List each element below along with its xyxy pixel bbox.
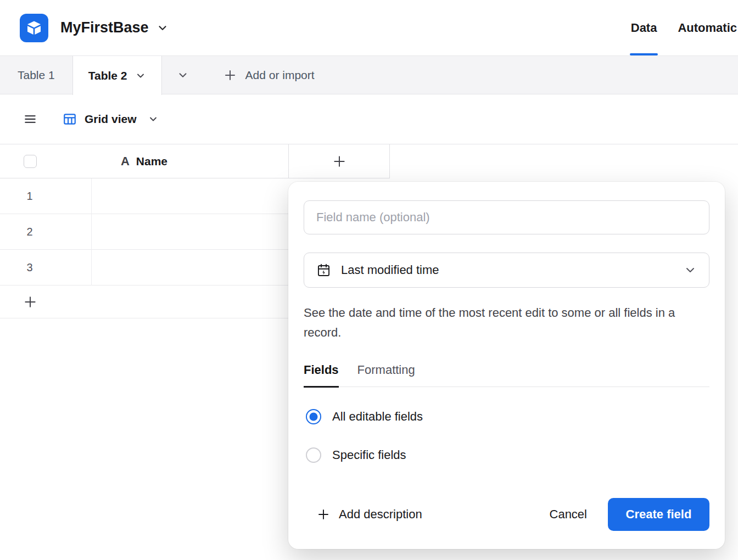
view-switcher[interactable]: Grid view [63,112,159,126]
option-specific-fields[interactable]: Specific fields [306,447,406,463]
field-type-label: Last modified time [341,263,439,277]
plus-icon [332,154,346,169]
plus-icon [223,69,237,82]
tab-table-2[interactable]: Table 2 [72,56,162,95]
add-row-button[interactable] [0,285,289,318]
tab-fields[interactable]: Fields [304,363,339,388]
views-menu-button[interactable] [23,112,37,126]
add-or-import-button[interactable]: Add or import [223,56,315,94]
base-menu[interactable]: MyFirstBase [60,19,169,36]
row-number: 2 [22,226,37,238]
hamburger-icon [23,112,37,126]
plus-icon [23,295,37,309]
header-nav: Data Automatic [630,0,738,55]
table-row[interactable]: 1 [0,178,289,214]
field-name-input[interactable] [304,200,709,234]
chevron-down-icon [177,69,189,81]
row-number: 3 [22,261,37,274]
text-field-icon: A [121,154,130,169]
add-description-button[interactable]: Add description [317,507,422,522]
modal-tabs: Fields Formatting [304,363,709,387]
column-divider [91,178,92,285]
calendar-edit-icon [316,263,331,278]
view-name: Grid view [85,113,137,126]
add-field-button[interactable] [289,144,390,178]
logo-cube-icon [25,19,43,37]
tab-table-1[interactable]: Table 1 [0,56,72,94]
chevron-down-icon [156,22,169,34]
tab-formatting[interactable]: Formatting [357,363,415,387]
modal-footer: Add description Cancel Create field [304,497,709,531]
row-number: 1 [22,190,37,203]
plus-icon [317,508,330,521]
table-row[interactable]: 3 [0,250,289,285]
table-row[interactable]: 2 [0,214,289,250]
app-logo[interactable] [20,14,48,42]
app: MyFirstBase Data Automatic Table 1 Table… [0,0,738,560]
table-tab-bar: Table 1 Table 2 Add or import [0,56,738,94]
field-type-select[interactable]: Last modified time [304,253,709,288]
create-field-button[interactable]: Create field [608,498,709,531]
view-toolbar: Grid view [0,94,738,144]
base-name: MyFirstBase [60,19,149,36]
chevron-down-icon [148,114,159,125]
table-menu-chevron-icon [135,70,146,81]
radio-selected-icon[interactable] [306,409,321,424]
field-type-description: See the date and time of the most recent… [304,303,688,343]
chevron-down-icon [684,264,697,277]
option-all-editable-fields[interactable]: All editable fields [306,409,423,424]
grid-view-icon [63,112,77,126]
radio-unselected-icon[interactable] [306,447,321,463]
create-field-modal: Last modified time See the date and time… [288,182,725,549]
app-header: MyFirstBase Data Automatic [0,0,738,56]
column-header-name[interactable]: A Name [0,144,289,178]
select-all-checkbox[interactable] [24,155,37,168]
tables-dropdown-button[interactable] [162,56,204,94]
nav-tab-automation[interactable]: Automatic [677,0,738,55]
row-list: 1 2 3 [0,178,289,318]
nav-tab-data[interactable]: Data [630,0,658,55]
cancel-button[interactable]: Cancel [536,498,600,531]
